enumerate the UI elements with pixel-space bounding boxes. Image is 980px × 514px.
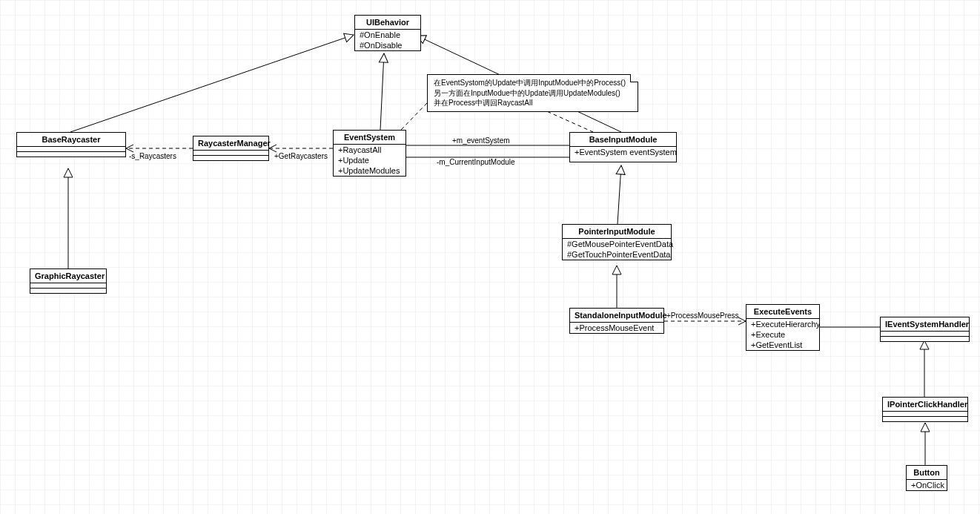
- svg-line-1: [380, 53, 384, 130]
- class-title: IPointerClickHandler: [883, 398, 967, 412]
- uml-canvas: UIBehavior #OnEnable #OnDisable 在EventSy…: [0, 0, 980, 514]
- class-title: BaseRaycaster: [17, 133, 125, 147]
- class-ieventsystemhandler: IEventSystemHandler: [880, 317, 970, 342]
- class-title: ExecuteEvents: [746, 305, 819, 319]
- label-processmousepress: +ProcessMousePress: [666, 312, 739, 320]
- class-title: StandaloneInputModule: [570, 309, 663, 323]
- class-pointerinputmodule: PointerInputModule #GetMousePointerEvent…: [562, 224, 672, 260]
- class-eventsystem: EventSystem +RaycastAll +Update +UpdateM…: [333, 130, 406, 177]
- class-title: GraphicRaycaster: [30, 269, 106, 283]
- label-getraycasters: +GetRaycasters: [274, 152, 328, 160]
- svg-line-10: [618, 165, 621, 224]
- class-title: EventSystem: [334, 131, 405, 145]
- class-title: BaseInputModule: [570, 133, 676, 147]
- class-title: RaycasterManager: [193, 136, 268, 151]
- class-title: UIBehavior: [355, 16, 420, 30]
- class-standaloneinputmodule: StandaloneInputModule +ProcessMouseEvent: [569, 308, 664, 334]
- label-meventsystem: +m_eventSystem: [452, 136, 510, 145]
- label-mcurrentinputmodule: -m_CurrentInputModule: [437, 158, 515, 166]
- note: 在EventSystom的Update中调用InputModuel中的Proce…: [427, 74, 638, 112]
- class-executeevents: ExecuteEvents +ExecuteHierarchy +Execute…: [746, 304, 820, 351]
- class-ipointerclickhandler: IPointerClickHandler: [882, 397, 968, 422]
- class-title: Button: [907, 466, 947, 480]
- svg-line-8: [401, 103, 427, 130]
- class-title: PointerInputModule: [563, 225, 671, 239]
- class-graphicraycaster: GraphicRaycaster: [30, 268, 107, 294]
- class-title: IEventSystemHandler: [881, 317, 969, 332]
- class-uibehavior: UIBehavior #OnEnable #OnDisable: [354, 15, 421, 51]
- label-sraycasters: -s_Raycasters: [129, 152, 176, 160]
- svg-line-0: [70, 35, 354, 132]
- note-fold-icon: [630, 74, 638, 82]
- class-raycastermanager: RaycasterManager: [193, 136, 269, 161]
- class-baseraycaster: BaseRaycaster: [16, 132, 126, 157]
- class-baseinputmodule: BaseInputModule +EventSystem eventSystem: [569, 132, 677, 162]
- class-button: Button +OnClick: [906, 465, 947, 491]
